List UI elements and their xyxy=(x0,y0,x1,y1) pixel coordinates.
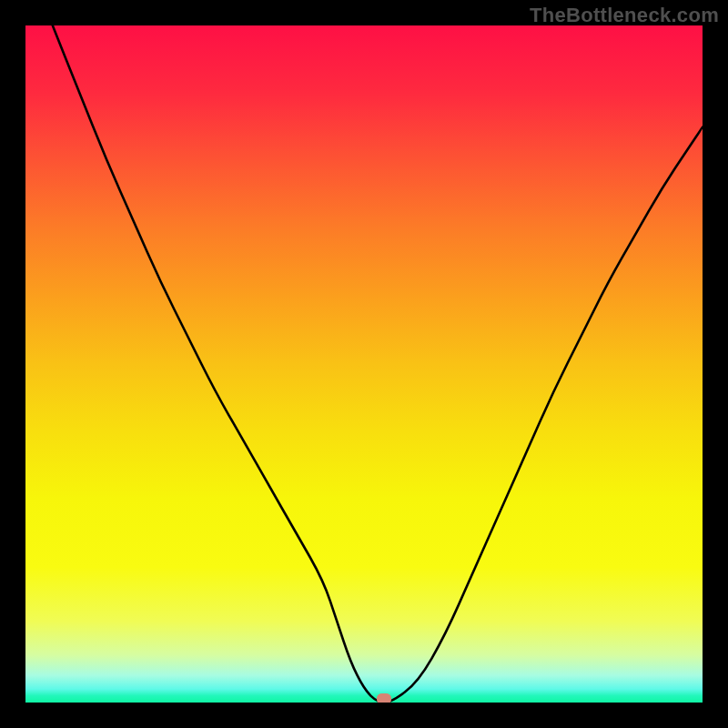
watermark-text: TheBottleneck.com xyxy=(530,4,719,27)
chart-frame: TheBottleneck.com xyxy=(0,0,728,728)
optimum-marker xyxy=(377,693,391,703)
plot-area xyxy=(25,25,703,703)
curve-path xyxy=(53,25,703,703)
bottleneck-curve xyxy=(25,25,703,703)
